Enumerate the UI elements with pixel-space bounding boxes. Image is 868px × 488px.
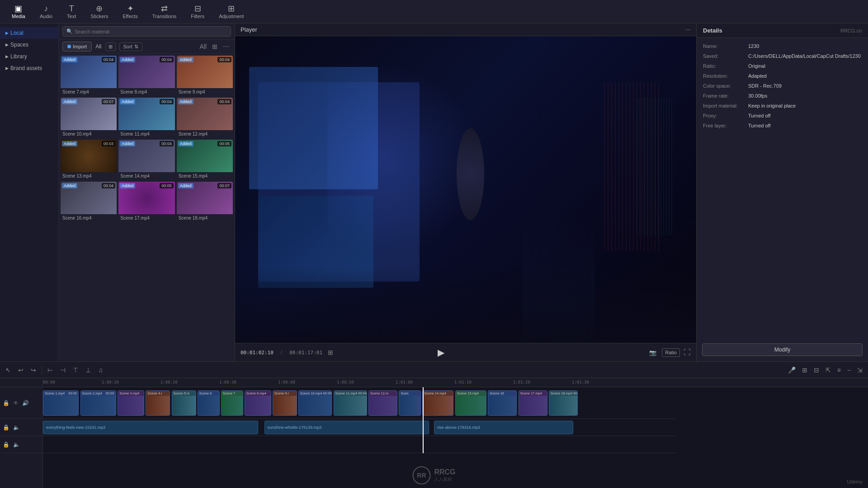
audio-segment-2[interactable]: rise-above-178316.mp3 bbox=[434, 421, 573, 434]
crop-button[interactable]: ⊥ bbox=[84, 366, 93, 375]
media-item-scene-17[interactable]: Added 00:05 Scene 17.mp4 bbox=[118, 182, 175, 222]
media-item-scene-10[interactable]: Added 00:07 Scene 10.mp4 bbox=[61, 98, 117, 138]
player-menu-icon[interactable]: ⋯ bbox=[685, 27, 691, 33]
timeline-clip-2[interactable]: Scene 3.mp4 bbox=[118, 390, 144, 416]
modify-button[interactable]: Modify bbox=[702, 343, 863, 356]
audio-extract-button[interactable]: ♫ bbox=[96, 366, 105, 375]
snapshot-icon[interactable]: 📷 bbox=[647, 348, 658, 357]
media-item-scene-13[interactable]: Added 00:03 Scene 13.mp4 bbox=[61, 140, 117, 180]
timeline-clip-6[interactable]: Scene 7 bbox=[221, 390, 243, 416]
audio-segment-1[interactable]: sunshine-whistle-175139.mp3 bbox=[264, 421, 429, 434]
nav-item-adjustment[interactable]: ⊞ Adjustment bbox=[212, 3, 251, 21]
audio-mute-button[interactable]: 🔈 bbox=[12, 423, 21, 432]
grid-view-icon[interactable]: ⊞ bbox=[328, 349, 333, 356]
fit-button[interactable]: ⇱ bbox=[824, 366, 833, 375]
clip-body-2 bbox=[118, 396, 144, 415]
timeline-clip-0[interactable]: Scene 1.mp4 00:00 bbox=[43, 390, 79, 416]
sidebar-item-brand-assets[interactable]: ▶ Brand assets bbox=[0, 62, 58, 74]
minus-button[interactable]: − bbox=[845, 366, 853, 375]
media-duration-15: 00:05 bbox=[217, 141, 231, 146]
media-duration-9: 00:04 bbox=[217, 57, 231, 62]
media-item-scene-9[interactable]: Added 00:04 Scene 9.mp4 bbox=[177, 56, 233, 96]
timeline-clip-15[interactable]: Scene 16 bbox=[488, 390, 517, 416]
track-lock-button[interactable]: 🔒 bbox=[2, 399, 10, 407]
track-audio-button[interactable]: 🔊 bbox=[21, 399, 30, 407]
media-badge-17: Added bbox=[120, 183, 135, 188]
media-duration-12: 00:04 bbox=[217, 99, 231, 104]
timeline-clip-17[interactable]: Scene 18.mp4 00:00 bbox=[549, 390, 578, 416]
media-item-scene-7[interactable]: Added 00:04 Scene 7.mp4 bbox=[61, 56, 117, 96]
nav-item-filters[interactable]: ⊟ Filters bbox=[184, 3, 212, 21]
audio-track2-gutter: 🔒 🔈 bbox=[0, 436, 42, 453]
view-toggle-button[interactable]: ⊞ bbox=[105, 42, 116, 51]
nav-item-text[interactable]: T Text bbox=[60, 3, 83, 21]
all-filter-button[interactable]: All bbox=[198, 42, 208, 51]
audio-lock-button[interactable]: 🔒 bbox=[2, 423, 10, 432]
nav-item-stickers[interactable]: ⊕ Stickers bbox=[83, 3, 115, 21]
media-item-scene-8[interactable]: Added 00:04 Scene 8.mp4 bbox=[118, 56, 175, 96]
timeline-clip-9[interactable]: Scene 10.mp4 00:00 bbox=[298, 390, 332, 416]
sidebar-item-library[interactable]: ▶ Library bbox=[0, 51, 58, 62]
nav-item-transitions[interactable]: ⇄ Transitions bbox=[145, 3, 184, 21]
nav-item-media[interactable]: ▣ Media bbox=[5, 3, 33, 21]
timeline-options-button[interactable]: ≡ bbox=[835, 366, 843, 375]
media-name-7: Scene 7.mp4 bbox=[61, 88, 117, 96]
trim-button[interactable]: ⊤ bbox=[71, 366, 80, 375]
sidebar-item-spaces[interactable]: ▶ Spaces bbox=[0, 39, 58, 51]
audio-segment-0[interactable]: everything-feels-new-15241.mp3 bbox=[43, 421, 258, 434]
nav-item-audio[interactable]: ♪ Audio bbox=[33, 3, 60, 21]
media-badge-15: Added bbox=[178, 141, 193, 146]
clip-header-12: Scen bbox=[399, 391, 420, 396]
redo-button[interactable]: ↪ bbox=[29, 366, 38, 375]
import-button[interactable]: Import bbox=[62, 42, 92, 52]
timeline-clip-11[interactable]: Scene 12.m bbox=[368, 390, 397, 416]
search-input[interactable] bbox=[75, 29, 227, 34]
clip-body-17 bbox=[549, 396, 577, 415]
audio-track-row-1: everything-feels-new-15241.mp3sunshine-w… bbox=[43, 419, 676, 436]
timeline-clip-4[interactable]: Scene 5.m bbox=[172, 390, 196, 416]
track-eye-button[interactable]: 👁 bbox=[12, 399, 19, 407]
detail-row-1: Saved: C:/Users/DELL/AppData/Local/CapCu… bbox=[703, 53, 862, 59]
fullscreen-icon[interactable]: ⛶ bbox=[684, 348, 691, 357]
timeline-clip-8[interactable]: Scene 9.r bbox=[273, 390, 297, 416]
expand-button[interactable]: ⇲ bbox=[855, 366, 864, 375]
media-item-scene-15[interactable]: Added 00:05 Scene 15.mp4 bbox=[177, 140, 233, 180]
play-button[interactable]: ▶ bbox=[438, 347, 444, 358]
media-badge-12: Added bbox=[178, 99, 193, 104]
media-item-scene-11[interactable]: Added 00:04 Scene 11.mp4 bbox=[118, 98, 175, 138]
media-item-scene-14[interactable]: Added 00:04 Scene 14.mp4 bbox=[118, 140, 175, 180]
sidebar-item-local[interactable]: ▶ Local bbox=[0, 27, 58, 39]
audio2-mute-button[interactable]: 🔈 bbox=[12, 441, 21, 449]
sort-button[interactable]: Sort ⇅ bbox=[119, 42, 142, 51]
timeline-clip-7[interactable]: Scene 8.mp4 bbox=[245, 390, 271, 416]
undo-button[interactable]: ↩ bbox=[16, 366, 25, 375]
detail-label-6: Import material: bbox=[703, 103, 748, 108]
transitions-icon: ⇄ bbox=[161, 5, 168, 13]
media-item-scene-16[interactable]: Added 00:04 Scene 16.mp4 bbox=[61, 182, 117, 222]
media-badge-9: Added bbox=[178, 57, 193, 62]
ratio-button[interactable]: Ratio bbox=[662, 348, 680, 357]
timeline-clip-16[interactable]: Scene 17.mp4 bbox=[519, 390, 547, 416]
timeline-clip-10[interactable]: Scene 11.mp4 00:04 bbox=[334, 390, 367, 416]
zoom-in-button[interactable]: ⊞ bbox=[800, 366, 809, 375]
timeline-clip-14[interactable]: Scene 15.mp4 bbox=[455, 390, 486, 416]
audio2-lock-button[interactable]: 🔒 bbox=[2, 441, 10, 449]
media-name-8: Scene 8.mp4 bbox=[118, 88, 175, 96]
filter-options-button[interactable]: ⊞ bbox=[210, 42, 219, 51]
zoom-out-button[interactable]: ⊟ bbox=[812, 366, 821, 375]
delete-button[interactable]: ⊣ bbox=[58, 366, 67, 375]
cursor-tool-button[interactable]: ↖ bbox=[4, 366, 13, 375]
media-item-scene-12[interactable]: Added 00:04 Scene 12.mp4 bbox=[177, 98, 233, 138]
timeline-clip-13[interactable]: Scene 14.mp4 bbox=[422, 390, 453, 416]
timeline-clip-12[interactable]: Scen bbox=[399, 390, 421, 416]
nav-item-effects[interactable]: ✦ Effects bbox=[115, 3, 145, 21]
split-button[interactable]: ⊢ bbox=[46, 366, 55, 375]
mic-button[interactable]: 🎤 bbox=[786, 366, 797, 375]
filter-extra-button[interactable]: ⋯ bbox=[221, 42, 231, 51]
playhead bbox=[423, 387, 424, 453]
timeline-clip-3[interactable]: Scene 4.r bbox=[146, 390, 170, 416]
timeline-clip-1[interactable]: Scene 2.mp4 00:00 bbox=[80, 390, 116, 416]
timeline-clip-5[interactable]: Scene 6 bbox=[198, 390, 220, 416]
media-item-scene-18[interactable]: Added 00:07 Scene 18.mp4 bbox=[177, 182, 233, 222]
media-name-13: Scene 13.mp4 bbox=[61, 172, 117, 180]
